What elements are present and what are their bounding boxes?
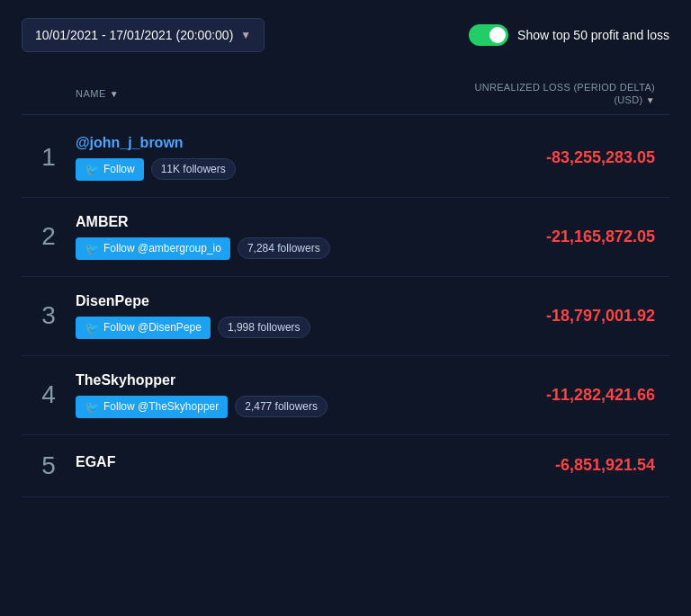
row-username: @john_j_brown <box>76 135 457 151</box>
rank-number: 4 <box>22 380 76 409</box>
top50-toggle[interactable] <box>469 24 508 46</box>
row-info: @john_j_brown🐦 Follow11K followers <box>76 135 457 181</box>
unrealized-loss-value: -11,282,421.66 <box>457 386 655 405</box>
twitter-icon: 🐦 <box>85 400 99 414</box>
unrealized-loss-value: -21,165,872.05 <box>457 228 655 246</box>
row-info: AMBER🐦 Follow @ambergroup_io7,284 follow… <box>76 214 457 260</box>
date-range-picker[interactable]: 10/01/2021 - 17/01/2021 (20:00:00) ▼ <box>22 18 265 52</box>
followers-badge: 11K followers <box>151 158 236 180</box>
unrealized-loss-value: -18,797,001.92 <box>457 307 655 326</box>
rank-number: 5 <box>22 451 76 480</box>
sort-value-icon: ▼ <box>646 95 655 105</box>
followers-badge: 2,477 followers <box>235 396 328 417</box>
rank-number: 2 <box>22 222 76 251</box>
followers-badge: 1,998 followers <box>218 317 310 338</box>
main-container: 10/01/2021 - 17/01/2021 (20:00:00) ▼ Sho… <box>0 0 691 515</box>
twitter-follow-button[interactable]: 🐦 Follow @DisenPepe <box>76 317 211 339</box>
table-body: 1@john_j_brown🐦 Follow11K followers-83,2… <box>22 119 669 497</box>
twitter-icon: 🐦 <box>85 163 99 176</box>
table-row: 1@john_j_brown🐦 Follow11K followers-83,2… <box>22 119 669 198</box>
row-actions: 🐦 Follow @ambergroup_io7,284 followers <box>76 237 457 260</box>
table-row: 4TheSkyhopper🐦 Follow @TheSkyhopper2,477… <box>22 356 669 435</box>
row-actions: 🐦 Follow @DisenPepe1,998 followers <box>76 317 457 339</box>
twitter-icon: 🐦 <box>85 242 99 255</box>
twitter-follow-button[interactable]: 🐦 Follow @ambergroup_io <box>76 237 230 260</box>
row-info: TheSkyhopper🐦 Follow @TheSkyhopper2,477 … <box>76 372 457 418</box>
username-link[interactable]: @john_j_brown <box>76 135 184 150</box>
date-range-value: 10/01/2021 - 17/01/2021 (20:00:00) <box>35 28 233 42</box>
sort-icon: ▼ <box>110 89 119 99</box>
row-actions: 🐦 Follow11K followers <box>76 158 457 181</box>
unrealized-loss-value: -83,255,283.05 <box>457 148 655 167</box>
followers-badge: 7,284 followers <box>238 237 330 259</box>
row-username: DisenPepe <box>76 293 457 309</box>
row-actions: 🐦 Follow @TheSkyhopper2,477 followers <box>76 396 457 418</box>
rank-number: 3 <box>22 301 76 330</box>
row-info: EGAF <box>76 454 457 478</box>
row-info: DisenPepe🐦 Follow @DisenPepe1,998 follow… <box>76 293 457 339</box>
row-username: AMBER <box>76 214 457 230</box>
row-username: TheSkyhopper <box>76 372 457 388</box>
top-bar: 10/01/2021 - 17/01/2021 (20:00:00) ▼ Sho… <box>22 18 669 52</box>
chevron-down-icon: ▼ <box>240 29 251 41</box>
table-row: 5EGAF-6,851,921.54 <box>22 435 669 497</box>
table-header: NAME ▼ UNREALIZED LOSS (PERIOD DELTA) (U… <box>22 74 669 115</box>
col-name-header[interactable]: NAME ▼ <box>76 88 457 99</box>
twitter-follow-button[interactable]: 🐦 Follow <box>76 158 144 181</box>
unrealized-loss-value: -6,851,921.54 <box>457 456 655 475</box>
row-username: EGAF <box>76 454 457 470</box>
rank-number: 1 <box>22 143 76 172</box>
table-row: 2AMBER🐦 Follow @ambergroup_io7,284 follo… <box>22 198 669 277</box>
table-row: 3DisenPepe🐦 Follow @DisenPepe1,998 follo… <box>22 277 669 356</box>
twitter-icon: 🐦 <box>85 321 99 335</box>
twitter-follow-button[interactable]: 🐦 Follow @TheSkyhopper <box>76 396 228 418</box>
toggle-area: Show top 50 profit and loss <box>469 24 669 46</box>
toggle-label: Show top 50 profit and loss <box>517 28 669 42</box>
col-value-header[interactable]: UNREALIZED LOSS (PERIOD DELTA) (USD) ▼ <box>457 81 655 107</box>
